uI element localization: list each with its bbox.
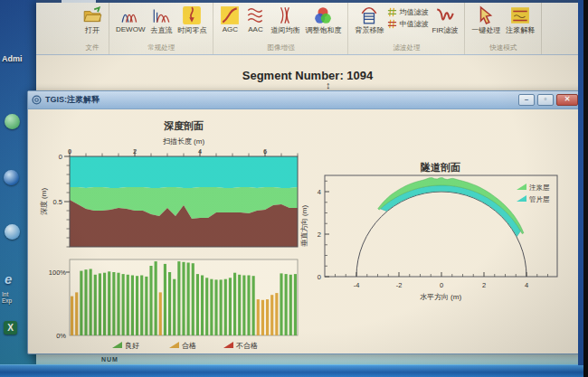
svg-text:良好: 良好 bbox=[125, 342, 139, 350]
quality-bar bbox=[270, 295, 273, 335]
globe-browser-icon[interactable] bbox=[4, 170, 22, 188]
svg-text:垂直方向 (m): 垂直方向 (m) bbox=[300, 205, 308, 248]
quality-bar bbox=[173, 279, 175, 335]
ribbon-button-label: 打开 bbox=[85, 25, 100, 35]
internet-explorer-label: Int Exp bbox=[2, 291, 12, 304]
ribbon-group-label: 图像增强 bbox=[218, 42, 343, 54]
ribbon-group: 打开文件 bbox=[76, 3, 109, 54]
ribbon-button-FIR滤波[interactable]: FIR滤波 bbox=[430, 5, 460, 36]
ribbon-button-label: 时间零点 bbox=[177, 25, 206, 35]
svg-text:0: 0 bbox=[440, 281, 443, 289]
ribbon-button-label: 均值滤波 bbox=[399, 7, 428, 17]
quality-bar bbox=[192, 263, 194, 335]
mouse-cursor-resize: ↕ bbox=[326, 80, 331, 90]
depth-profile-chart: 深度剖面扫描长度 (m)024600.5深度 (m) bbox=[35, 117, 318, 252]
quality-bar bbox=[266, 299, 269, 335]
ribbon-button-去直流[interactable]: 去直流 bbox=[148, 5, 174, 36]
quality-bar bbox=[71, 297, 73, 335]
dewow-icon bbox=[120, 5, 140, 25]
svg-text:4: 4 bbox=[198, 147, 202, 156]
quality-bar bbox=[261, 300, 264, 335]
quality-bar bbox=[233, 273, 236, 335]
ribbon-button-label: 一键处理 bbox=[471, 25, 500, 35]
taskbar[interactable] bbox=[0, 364, 588, 377]
ribbon-button-背景移除[interactable]: 背景移除 bbox=[353, 5, 385, 36]
excel-icon[interactable]: X bbox=[4, 321, 22, 339]
internet-explorer-icon[interactable]: e bbox=[5, 271, 23, 289]
median-filter-icon bbox=[387, 19, 397, 29]
close-button[interactable]: ✕ bbox=[556, 94, 578, 106]
baidu-app-icon[interactable] bbox=[5, 114, 23, 132]
quality-bar bbox=[159, 292, 162, 335]
quality-bar bbox=[112, 272, 115, 335]
svg-text:6: 6 bbox=[263, 147, 267, 156]
svg-text:合格: 合格 bbox=[182, 342, 196, 350]
quality-bar bbox=[99, 273, 101, 335]
ribbon-button-均值滤波[interactable]: 均值滤波 bbox=[387, 7, 428, 17]
quality-bar bbox=[210, 279, 213, 335]
minimize-button[interactable]: – bbox=[518, 94, 535, 106]
ribbon-button-label: 去直流 bbox=[150, 25, 172, 35]
quality-bar bbox=[80, 271, 82, 335]
quality-bar bbox=[229, 278, 232, 335]
ribbon-button-label: 道间均衡 bbox=[270, 25, 299, 35]
quality-bar bbox=[131, 276, 134, 336]
svg-text:100%: 100% bbox=[49, 269, 67, 277]
ribbon-button-注浆解释[interactable]: 注浆解释 bbox=[504, 5, 536, 36]
quality-bar bbox=[149, 266, 152, 335]
quality-bar bbox=[177, 261, 180, 335]
child-window-title: TGIS:注浆解释 bbox=[45, 94, 516, 106]
quality-bar bbox=[214, 279, 217, 335]
quality-bar bbox=[155, 261, 157, 335]
background-removal-icon bbox=[359, 5, 379, 25]
quality-bar bbox=[252, 276, 255, 335]
channel-balance-icon bbox=[275, 5, 295, 25]
svg-text:-4: -4 bbox=[354, 281, 360, 289]
svg-text:2: 2 bbox=[482, 281, 486, 289]
maximize-button[interactable]: ▫ bbox=[537, 94, 554, 106]
svg-text:深度剖面: 深度剖面 bbox=[164, 120, 204, 131]
ribbon-button-DEWOW[interactable]: DEWOW bbox=[114, 5, 147, 34]
quality-bar bbox=[224, 279, 227, 335]
mean-filter-icon bbox=[387, 7, 397, 17]
ribbon-button-调整饱和度[interactable]: 调整饱和度 bbox=[303, 5, 343, 36]
quality-bar bbox=[289, 275, 292, 335]
ribbon-button-道间均衡[interactable]: 道间均衡 bbox=[269, 5, 301, 36]
app-logo-icon bbox=[32, 95, 42, 105]
ribbon-group-label: 滤波处理 bbox=[353, 42, 460, 54]
quality-bar bbox=[122, 274, 125, 335]
quality-bar bbox=[196, 274, 199, 335]
tgis-grouting-window: TGIS:注浆解释 – ▫ ✕ 深度剖面扫描长度 (m)024600.5深度 (… bbox=[27, 90, 583, 354]
ribbon-items: 一键处理注浆解释 bbox=[469, 5, 536, 42]
ribbon-button-AAC[interactable]: AAC bbox=[243, 5, 267, 34]
quality-bar bbox=[90, 269, 92, 336]
svg-text:0.5: 0.5 bbox=[53, 198, 62, 206]
quality-bar bbox=[182, 262, 185, 335]
ribbon-items: 背景移除均值滤波中值滤波FIR滤波 bbox=[353, 5, 460, 42]
ribbon-items: AGCAAC道间均衡调整饱和度 bbox=[218, 5, 343, 42]
ribbon-button-label: AAC bbox=[248, 25, 262, 33]
quality-bar bbox=[127, 275, 129, 335]
quality-bar bbox=[247, 276, 250, 336]
ribbon-button-打开[interactable]: 打开 bbox=[81, 5, 104, 36]
ribbon-button-label: 注浆解释 bbox=[506, 25, 535, 35]
svg-text:0: 0 bbox=[59, 153, 62, 161]
quality-bar bbox=[187, 263, 190, 336]
ribbon-items: 打开 bbox=[81, 5, 104, 42]
time-zero-icon bbox=[182, 5, 202, 25]
svg-text:-2: -2 bbox=[396, 281, 403, 289]
quality-bar bbox=[145, 277, 147, 335]
messenger-icon[interactable] bbox=[5, 224, 23, 242]
ribbon-items: DEWOW去直流时间零点 bbox=[114, 5, 208, 42]
quality-bar bbox=[294, 274, 297, 335]
desktop-user-label: Admi bbox=[2, 54, 23, 63]
quality-bar bbox=[168, 272, 171, 335]
ribbon-button-中值滤波[interactable]: 中值滤波 bbox=[387, 19, 428, 29]
child-window-titlebar[interactable]: TGIS:注浆解释 – ▫ ✕ bbox=[28, 91, 582, 109]
ribbon-button-一键处理[interactable]: 一键处理 bbox=[469, 5, 502, 36]
ribbon-button-label: FIR滤波 bbox=[432, 25, 458, 35]
ribbon-button-时间零点[interactable]: 时间零点 bbox=[175, 5, 208, 36]
svg-text:2: 2 bbox=[318, 231, 321, 239]
ribbon-button-AGC[interactable]: AGC bbox=[218, 5, 242, 34]
ribbon-group: DEWOW去直流时间零点常规处理 bbox=[109, 3, 213, 54]
